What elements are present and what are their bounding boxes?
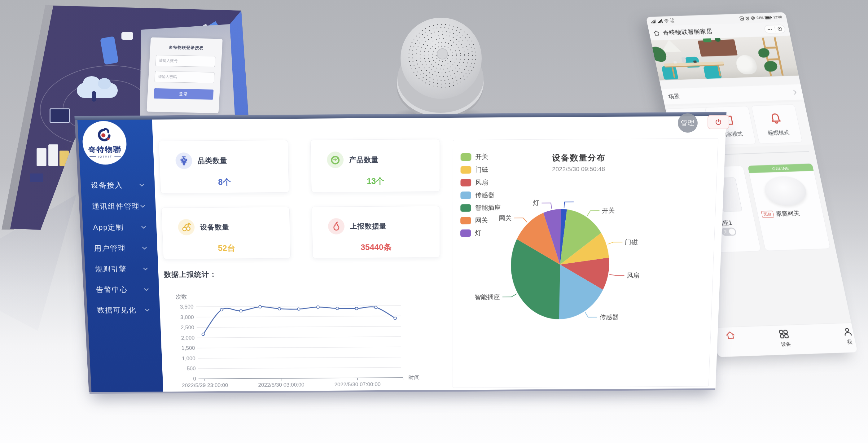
dashboard-panel: 奇特物聯 IOTKIT 设备接入 通讯组件管理 App定制 用户管理 规则引擎 …	[74, 112, 726, 392]
home-banner-photo	[651, 36, 799, 81]
battery-percent: 91%	[756, 16, 764, 20]
gateway-device-card[interactable]: ONLINE 阳台 家庭网关	[747, 163, 831, 251]
username-field[interactable]	[156, 55, 216, 67]
password-field[interactable]	[155, 71, 215, 83]
sidebar-item-data-visualization[interactable]: 数据可见化	[84, 299, 160, 320]
online-badge: ONLINE	[748, 164, 814, 173]
nfc-icon	[739, 17, 744, 21]
svg-text:2,500: 2,500	[181, 325, 194, 330]
network-speed: 1.9 K/s	[670, 18, 674, 23]
cherries-icon	[178, 219, 195, 235]
wifi-icon	[664, 19, 670, 23]
logo-mark-icon	[96, 128, 113, 144]
stat-title: 品类数量	[198, 156, 227, 165]
bell-icon	[768, 112, 783, 125]
pie-label: 智能插座	[474, 293, 500, 300]
svg-text:3,500: 3,500	[180, 304, 193, 310]
sidebar-item-device-access[interactable]: 设备接入	[78, 175, 155, 196]
svg-text:1,000: 1,000	[182, 356, 195, 361]
sidebar-item-user-management[interactable]: 用户管理	[81, 238, 158, 259]
line-chart-point	[298, 308, 300, 310]
line-chart-point	[202, 333, 205, 336]
line-chart-point	[317, 306, 319, 309]
cabinet-plant	[703, 38, 712, 42]
stat-value: 52台	[163, 243, 290, 254]
chevron-down-icon	[142, 247, 147, 250]
chevron-down-icon	[140, 183, 144, 187]
stat-card-devices: 设备数量 52台	[161, 207, 290, 259]
room-tag: 阳台	[761, 211, 774, 218]
tab-devices[interactable]: 设备	[769, 329, 801, 349]
stat-value: 35440条	[313, 242, 440, 253]
login-title: 奇特物联登录授权	[150, 44, 222, 52]
cup	[674, 61, 677, 64]
monitor-illustration	[50, 108, 70, 123]
login-card: 奇特物联登录授权 登录	[147, 37, 222, 114]
alarm-icon	[745, 16, 750, 20]
stat-title: 产品数量	[349, 155, 379, 164]
chevron-right-icon	[793, 90, 797, 95]
sidebar: 奇特物聯 IOTKIT 设备接入 通讯组件管理 App定制 用户管理 规则引擎 …	[75, 120, 163, 392]
chevron-down-icon	[143, 267, 148, 271]
pie-label: 网关	[499, 214, 512, 222]
sidebar-item-app-custom[interactable]: App定制	[80, 217, 157, 238]
device-toggle[interactable]: 关	[720, 227, 737, 236]
pie-label: 传感器	[599, 314, 619, 320]
sleep-mode-card[interactable]: 睡眠模式	[751, 104, 803, 144]
cup	[693, 60, 697, 63]
phone-illustration	[100, 36, 119, 65]
svg-text:500: 500	[187, 366, 196, 372]
device-name: 家庭网关	[775, 209, 800, 218]
tab-me[interactable]: 我	[832, 326, 858, 346]
stat-value: 8个	[160, 176, 289, 188]
mini-program-capsule[interactable]: •••	[764, 25, 786, 33]
line-chart-point	[355, 307, 358, 310]
ladder-shelf	[760, 37, 785, 76]
stat-card-report-volume: 上报数据量 35440条	[312, 206, 440, 258]
scene: 奇特物联登录授权 登录 1.9 K/s 91% 12:08 奇特物联智能家居	[0, 0, 868, 443]
stat-card-categories: 品类数量 8个	[158, 140, 289, 194]
line-chart-point	[394, 317, 397, 320]
pie-label: 风扇	[627, 272, 640, 279]
cloud-icon	[98, 78, 111, 89]
svg-text:2022/5/30 03:00:00: 2022/5/30 03:00:00	[258, 382, 304, 388]
grid-icon	[778, 329, 790, 339]
server-illustration	[48, 145, 58, 166]
chevron-down-icon	[145, 309, 150, 312]
power-button[interactable]	[708, 115, 729, 129]
teal-chair	[661, 66, 678, 80]
svg-text:3,000: 3,000	[180, 314, 194, 320]
pie-label: 灯	[533, 199, 539, 207]
line-chart: 05001,0001,5002,0002,5003,0003,5002022/5…	[171, 281, 419, 398]
line-chart-point	[259, 306, 261, 308]
close-circle-icon[interactable]	[778, 27, 782, 31]
stat-value: 13个	[311, 175, 440, 187]
pie-label: 门磁	[625, 239, 638, 245]
login-button[interactable]: 登录	[154, 88, 214, 100]
logo-subtext: IOTKIT	[89, 155, 121, 158]
svg-text:次数: 次数	[176, 294, 187, 300]
svg-text:2022/5/29 23:00:00: 2022/5/29 23:00:00	[182, 382, 228, 388]
svg-text:1,500: 1,500	[182, 345, 195, 351]
pie-chart: 开关门磁风扇传感器智能插座网关灯	[453, 138, 719, 388]
phone-tab-bar: 设备 我	[712, 322, 858, 357]
svg-text:2022/5/30 07:00:00: 2022/5/30 07:00:00	[334, 381, 380, 387]
svg-text:时间: 时间	[408, 375, 419, 381]
home-icon[interactable]	[652, 30, 661, 37]
power-icon	[714, 118, 722, 126]
tab-home[interactable]	[715, 330, 746, 343]
sidebar-item-rule-engine[interactable]: 规则引擎	[82, 258, 159, 279]
battery-icon	[765, 15, 772, 19]
sidebar-item-comm-components[interactable]: 通讯组件管理	[79, 195, 156, 217]
line-chart-point	[220, 309, 223, 311]
scene-row[interactable]: 场景	[661, 84, 804, 104]
smart-speaker	[396, 16, 486, 120]
lime-icon	[327, 152, 344, 168]
svg-text:0: 0	[193, 376, 196, 382]
line-chart-point	[278, 307, 281, 310]
manage-button[interactable]: 管理	[678, 114, 698, 133]
mini-program-title: 奇特物联智能家居	[662, 27, 713, 37]
svg-text:2,000: 2,000	[181, 335, 194, 341]
more-icon[interactable]: •••	[767, 28, 773, 31]
sidebar-item-alert-center[interactable]: 告警中心	[83, 279, 159, 300]
